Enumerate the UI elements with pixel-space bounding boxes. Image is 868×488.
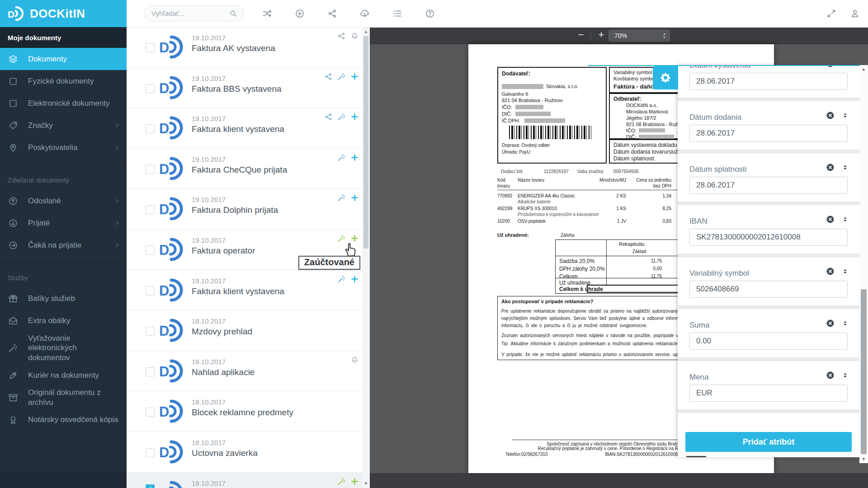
zoom-level-select[interactable]: 70% ▲▼ xyxy=(609,30,670,42)
row-checkbox[interactable] xyxy=(146,408,155,417)
user-icon[interactable] xyxy=(850,9,860,19)
document-title[interactable]: Faktura klient vystavena xyxy=(192,124,284,134)
document-row[interactable]: D 19.10.2017 Faktura klient vystavena xyxy=(127,108,370,149)
app-logo[interactable]: D DOCKitIN xyxy=(0,0,127,27)
document-row[interactable]: D 19.10.2017 Faktura AK vystavena xyxy=(127,27,370,68)
sort-attribute-icon[interactable] xyxy=(842,65,849,67)
document-title[interactable]: Faktura klient vystavena xyxy=(192,286,284,296)
share-icon[interactable] xyxy=(324,113,333,121)
sidebar-item-kuri-r-na-dokumenty[interactable]: Kuriér na dokumenty xyxy=(0,364,127,386)
plus-icon[interactable] xyxy=(350,113,359,121)
document-row[interactable]: D 18.10.2017 Uctovna zavierka xyxy=(127,432,370,473)
share-icon[interactable] xyxy=(324,72,333,81)
document-row[interactable]: D 19.10.2017 Faktura klient vystavena xyxy=(127,270,370,311)
sidebar-item-elektronick-dokumenty[interactable]: Elektronické dokumenty xyxy=(0,92,127,114)
document-title[interactable]: Faktura BBS vystavena xyxy=(192,84,282,94)
document-row[interactable]: D 19.10.2017 Faktura BBS vystavena xyxy=(127,68,370,108)
row-checkbox[interactable] xyxy=(146,205,155,214)
search-box[interactable] xyxy=(144,5,244,21)
row-checkbox[interactable] xyxy=(146,124,155,133)
bell-icon[interactable] xyxy=(350,32,359,40)
document-title[interactable]: Faktura Dolphin prijata xyxy=(192,205,278,215)
scroll-up-icon[interactable]: ▲ xyxy=(362,28,370,35)
sort-attribute-icon[interactable] xyxy=(842,319,849,327)
document-title[interactable]: Faktura AK vystavena xyxy=(192,43,275,53)
panel-settings-button[interactable] xyxy=(653,66,678,89)
plus-icon[interactable] xyxy=(350,275,359,283)
row-checkbox[interactable] xyxy=(146,448,155,457)
sidebar-item-fyzick-dokumenty[interactable]: Fyzické dokumenty xyxy=(0,70,127,92)
bell-icon[interactable] xyxy=(350,356,359,364)
expand-icon[interactable] xyxy=(826,9,836,19)
shuffle-icon[interactable] xyxy=(262,9,272,19)
search-icon[interactable] xyxy=(229,9,237,18)
plus-icon[interactable] xyxy=(350,153,359,162)
attribute-value-input[interactable] xyxy=(689,73,848,90)
document-title[interactable]: Nahlad aplikacie xyxy=(192,367,255,377)
share-icon[interactable] xyxy=(327,9,337,19)
attribute-value-input[interactable] xyxy=(689,177,848,194)
wand-icon[interactable] xyxy=(337,193,346,202)
list-scrollbar[interactable]: ▲ ▼ xyxy=(362,27,370,488)
sidebar-item-origin-l-dokumentu-z-arch-vu[interactable]: Originál dokumentu z archívu xyxy=(0,386,127,408)
sort-attribute-icon[interactable] xyxy=(842,216,849,223)
attribute-value-input[interactable] xyxy=(689,281,848,298)
sidebar-item-extra-ob-lky[interactable]: Extra obálky xyxy=(0,310,127,332)
row-checkbox[interactable] xyxy=(146,165,155,174)
remove-attribute-icon[interactable] xyxy=(826,267,835,276)
row-checkbox[interactable] xyxy=(146,246,155,255)
attribute-value-input[interactable] xyxy=(689,229,848,246)
add-attribute-button[interactable]: Pridať atribút xyxy=(685,432,852,452)
sidebar-item-bal-ky-slu-ieb[interactable]: Balíky služieb xyxy=(0,287,127,310)
zoom-in-button[interactable]: + xyxy=(594,27,608,44)
scrollbar-thumb[interactable] xyxy=(861,289,867,454)
panel-scrollbar[interactable]: ▲ ▼ xyxy=(859,65,868,463)
document-row[interactable]: D 19.10.2017 Faktura CheCQue prijata xyxy=(127,149,370,189)
document-row[interactable]: D 18.10.2017 Mzdovy prehlad xyxy=(127,310,370,351)
scrollbar-thumb[interactable] xyxy=(363,36,368,249)
sidebar-item-not-rsky-osved-en-k-pia[interactable]: Notársky osvedčená kópia xyxy=(0,408,127,431)
wand-icon[interactable] xyxy=(337,72,346,81)
row-checkbox[interactable] xyxy=(146,286,155,296)
sidebar-item-vy-a-ovanie-elektronick-ch-dokumentov[interactable]: Vyťažovanie elektronických dokumentov xyxy=(0,332,127,364)
remove-attribute-icon[interactable] xyxy=(826,65,835,68)
row-checkbox[interactable] xyxy=(146,84,155,93)
document-title[interactable]: Faktura operator xyxy=(192,246,255,256)
document-row[interactable]: D 18.10.2017 Blocek reklamne predmety xyxy=(127,391,370,432)
wand-icon[interactable] xyxy=(337,275,346,283)
remove-attribute-icon[interactable] xyxy=(826,163,835,172)
sidebar-item-poskytovatelia[interactable]: Poskytovatelia xyxy=(0,136,127,159)
help-icon[interactable] xyxy=(425,9,435,19)
sidebar-item-ak-na-prijatie[interactable]: Čaká na prijatie xyxy=(0,234,127,256)
remove-attribute-icon[interactable] xyxy=(826,215,835,224)
document-title[interactable]: Mzdovy prehlad xyxy=(192,327,252,337)
attribute-value-input[interactable] xyxy=(689,125,848,142)
document-title[interactable]: Uctovna zavierka xyxy=(192,448,258,458)
document-row[interactable]: D 19.10.2017 Faktura Dolphin prijata xyxy=(127,189,370,230)
sort-attribute-icon[interactable] xyxy=(842,164,849,171)
sort-attribute-icon[interactable] xyxy=(842,267,849,275)
row-checkbox[interactable] xyxy=(146,327,155,336)
list-icon[interactable] xyxy=(392,9,402,19)
cloud-download-icon[interactable] xyxy=(360,9,370,19)
sidebar-item-dokumenty[interactable]: Dokumenty xyxy=(0,48,127,70)
remove-attribute-icon[interactable] xyxy=(826,111,835,120)
scroll-down-icon[interactable]: ▼ xyxy=(859,455,868,463)
row-checkbox[interactable] xyxy=(146,484,155,488)
sidebar-item-prijat[interactable]: Prijaté xyxy=(0,212,127,234)
row-checkbox[interactable] xyxy=(146,367,155,376)
search-input[interactable] xyxy=(151,9,229,18)
plus-icon[interactable] xyxy=(350,72,359,81)
remove-attribute-icon[interactable] xyxy=(826,319,835,328)
zoom-out-button[interactable]: − xyxy=(574,27,588,44)
sort-attribute-icon[interactable] xyxy=(842,371,849,379)
scroll-down-icon[interactable]: ▼ xyxy=(362,480,370,487)
wand-icon[interactable] xyxy=(337,153,346,162)
remove-attribute-icon[interactable] xyxy=(826,371,835,380)
row-checkbox[interactable] xyxy=(146,43,155,52)
attribute-value-input[interactable] xyxy=(689,333,848,350)
add-circle-icon[interactable] xyxy=(295,9,305,19)
plus-icon[interactable] xyxy=(350,477,359,486)
scroll-up-icon[interactable]: ▲ xyxy=(859,65,868,73)
wand-icon[interactable] xyxy=(337,477,346,486)
